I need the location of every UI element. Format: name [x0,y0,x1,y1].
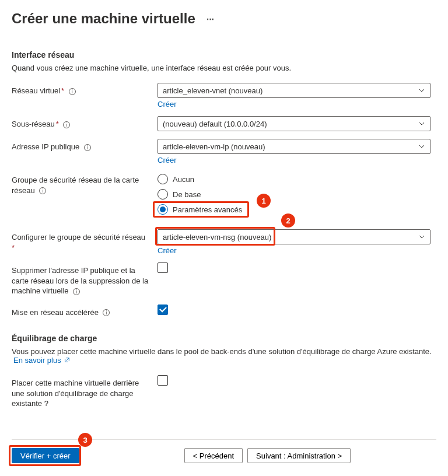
virtual-network-value: article_eleven-vnet (nouveau) [163,86,262,95]
configure-nsg-select[interactable]: article-eleven-vm-nsg (nouveau) [158,229,430,244]
radio-icon [158,189,168,200]
accelerated-networking-checkbox[interactable] [158,304,168,315]
virtual-network-select[interactable]: article_eleven-vnet (nouveau) [158,83,430,98]
learn-more-link[interactable]: En savoir plus [13,356,70,365]
info-icon[interactable]: i [63,121,70,128]
annotation-bubble-3: 3 [78,433,92,447]
chevron-down-icon [418,143,425,150]
more-actions-button[interactable]: ⋯ [206,15,215,23]
radio-nsg-none[interactable]: Aucun [158,172,430,186]
label-public-ip: Adresse IP publique i [12,139,158,152]
create-public-ip-link[interactable]: Créer [158,156,177,164]
radio-icon-selected [158,204,168,215]
radio-nsg-basic[interactable]: De base [158,187,430,201]
external-link-icon [62,356,71,365]
label-virtual-network: Réseau virtuel* i [12,83,158,96]
place-behind-lb-checkbox[interactable] [158,375,168,386]
subnet-value: (nouveau) default (10.0.0.0/24) [163,120,267,128]
info-icon[interactable]: i [73,288,80,295]
info-icon[interactable]: i [39,187,46,194]
chevron-down-icon [418,87,425,94]
create-nsg-link[interactable]: Créer [158,246,177,255]
chevron-down-icon [418,120,425,127]
delete-public-ip-checkbox[interactable] [158,262,168,273]
next-button[interactable]: Suivant : Administration > [247,448,351,463]
section-interface-title: Interface réseau [12,50,436,60]
label-configure-nsg: Configurer le groupe de sécurité réseau* [12,229,158,253]
info-icon[interactable]: i [69,88,76,95]
info-icon[interactable]: i [84,144,91,151]
label-nic-nsg: Groupe de sécurité réseau de la carte ré… [12,172,158,195]
label-accelerated-networking: Mise en réseau accélérée i [12,304,158,318]
label-delete-public-ip: Supprimer l'adresse IP publique et la ca… [12,262,158,296]
verify-create-button[interactable]: Vérifier + créer [12,448,79,463]
label-subnet: Sous-réseau* i [12,116,158,130]
section-loadbalancing-desc: Vous pouvez placer cette machine virtuel… [12,347,436,365]
chevron-down-icon [418,233,425,240]
subnet-select[interactable]: (nouveau) default (10.0.0.0/24) [158,116,430,131]
radio-nsg-advanced[interactable]: Paramètres avancés [158,202,430,216]
public-ip-value: article-eleven-vm-ip (nouveau) [163,142,265,151]
section-loadbalancing-title: Équilibrage de charge [12,334,436,343]
previous-button[interactable]: < Précédent [184,448,243,463]
page-title: Créer une machine virtuelle [12,10,195,27]
create-vnet-link[interactable]: Créer [158,100,177,108]
section-interface-desc: Quand vous créez une machine virtuelle, … [12,64,436,72]
label-place-behind-lb: Placer cette machine virtuelle derrière … [12,375,158,409]
public-ip-select[interactable]: article-eleven-vm-ip (nouveau) [158,139,430,154]
info-icon[interactable]: i [103,309,110,316]
configure-nsg-value: article-eleven-vm-nsg (nouveau) [163,233,271,242]
radio-icon [158,174,168,184]
